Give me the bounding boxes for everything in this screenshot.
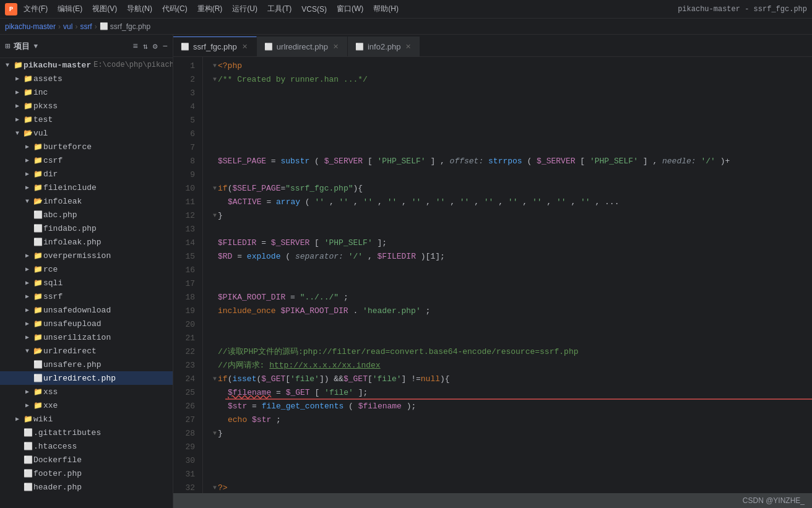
menu-refactor[interactable]: 重构(R)	[194, 2, 227, 15]
tree-item-assets[interactable]: ▶ 📁 assets	[0, 72, 173, 85]
code-line-10: ▼ if ( $SELF_PAGE = "ssrf_fgc.php" ){	[210, 182, 812, 196]
inc-folder-icon: 📁	[22, 88, 33, 97]
root-folder-icon: 📁	[12, 61, 24, 70]
menu-navigate[interactable]: 导航(N)	[123, 2, 156, 15]
tree-item-findabc[interactable]: ⬜ findabc.php	[0, 222, 173, 235]
tree-item-inc[interactable]: ▶ 📁 inc	[0, 85, 173, 99]
tree-item-urlredirect[interactable]: ▼ 📂 urlredirect	[0, 344, 173, 358]
sidebar-tree[interactable]: ▼ 📁 pikachu-master E:\code\php\pikachu-m…	[0, 58, 173, 508]
unsafedownload-arrow-icon: ▶	[22, 306, 32, 314]
menu-tools[interactable]: 工具(T)	[264, 2, 295, 15]
test-label: test	[33, 115, 173, 124]
dir-arrow-icon: ▶	[22, 170, 32, 178]
tree-item-sqli[interactable]: ▶ 📁 sqli	[0, 276, 173, 290]
tree-item-unsafere[interactable]: ⬜ unsafere.php	[0, 358, 173, 371]
tree-item-fileinclude[interactable]: ▶ 📁 fileinclude	[0, 181, 173, 194]
sidebar-title: 项目	[14, 41, 30, 52]
code-line-22: //读取PHP文件的源码:php://filter/read=convert.b…	[210, 345, 812, 359]
tree-item-overpermission[interactable]: ▶ 📁 overpermission	[0, 249, 173, 262]
htaccess-label: .htaccess	[33, 442, 173, 451]
code-line-25: $filename = $_GET [ 'file' ];	[210, 386, 812, 400]
tree-item-htaccess[interactable]: ▶ ⬜ .htaccess	[0, 439, 173, 453]
sidebar-dropdown-icon[interactable]: ▼	[33, 43, 38, 50]
collapse-24[interactable]: ▼	[213, 372, 217, 386]
sidebar-panel-icon: ⊞	[5, 41, 10, 51]
tree-root[interactable]: ▼ 📁 pikachu-master E:\code\php\pikachu-m…	[0, 58, 173, 72]
gitattributes-icon: ⬜	[22, 428, 33, 437]
sidebar-action-settings[interactable]: ⚙	[153, 41, 158, 51]
tab-ssrf-close[interactable]: ✕	[241, 42, 249, 51]
code-line-17	[210, 277, 812, 291]
sidebar-action-expand[interactable]: ⇅	[143, 41, 148, 51]
unserilization-folder-icon: 📁	[32, 333, 43, 342]
unserilization-label: unserilization	[43, 333, 173, 342]
tree-item-burteforce[interactable]: ▶ 📁 burteforce	[0, 140, 173, 153]
sidebar-action-close[interactable]: −	[163, 41, 168, 51]
breadcrumb-item-ssrf[interactable]: ssrf	[80, 22, 92, 31]
collapse-2[interactable]: ▼	[213, 73, 217, 87]
tree-item-unserilization[interactable]: ▶ 📁 unserilization	[0, 330, 173, 344]
tree-item-rce[interactable]: ▶ 📁 rce	[0, 262, 173, 276]
tree-item-test[interactable]: ▶ 📁 test	[0, 113, 173, 126]
menu-help[interactable]: 帮助(H)	[369, 2, 402, 15]
code-line-24: ▼ if ( isset ( $_GET [ 'file' ]) && $_GE…	[210, 372, 812, 386]
tab-info2-icon: ⬜	[355, 43, 364, 51]
sqli-label: sqli	[43, 278, 173, 288]
menu-vcs[interactable]: VCS(S)	[298, 4, 330, 15]
overpermission-arrow-icon: ▶	[22, 252, 32, 259]
status-bar: CSDN @YINZHE_	[173, 493, 812, 508]
sqli-arrow-icon: ▶	[22, 279, 32, 286]
tab-url-close[interactable]: ✕	[332, 42, 340, 51]
tab-info2-label: info2.php	[368, 42, 401, 51]
code-line-2: ▼ /** Created by runner.han ...*/	[210, 73, 812, 87]
tree-item-csrf[interactable]: ▶ 📁 csrf	[0, 153, 173, 167]
tree-item-gitattributes[interactable]: ▶ ⬜ .gitattributes	[0, 426, 173, 439]
tree-item-vul[interactable]: ▼ 📂 vul	[0, 126, 173, 140]
tab-info2[interactable]: ⬜ info2.php ✕	[348, 37, 421, 56]
menu-view[interactable]: 视图(V)	[89, 2, 121, 15]
tree-item-infoleak[interactable]: ▼ 📂 infoleak	[0, 194, 173, 208]
collapse-1[interactable]: ▼	[213, 59, 217, 73]
sidebar-action-collapse[interactable]: ≡	[133, 41, 138, 51]
tree-item-dir[interactable]: ▶ 📁 dir	[0, 167, 173, 181]
menu-run[interactable]: 运行(U)	[228, 2, 261, 15]
tree-item-header[interactable]: ▶ ⬜ header.php	[0, 480, 173, 494]
tree-item-pkxss[interactable]: ▶ 📁 pkxss	[0, 99, 173, 113]
breadcrumb-item-root[interactable]: pikachu-master	[5, 22, 56, 31]
csrf-folder-icon: 📁	[32, 156, 43, 165]
collapse-32[interactable]: ▼	[213, 481, 217, 493]
test-arrow-icon: ▶	[12, 116, 22, 123]
tab-urlredirect[interactable]: ⬜ urlredirect.php ✕	[257, 37, 348, 56]
code-line-15: $RD = explode ( separator: '/' , $FILEDI…	[210, 250, 812, 264]
tab-ssrf-fgc[interactable]: ⬜ ssrf_fgc.php ✕	[173, 37, 257, 56]
tab-info2-close[interactable]: ✕	[404, 42, 412, 51]
tree-item-unsafedownload[interactable]: ▶ 📁 unsafedownload	[0, 303, 173, 317]
code-line-23: //内网请求: http://x.x.x.x/xx.index	[210, 359, 812, 372]
menu-window[interactable]: 窗口(W)	[333, 2, 367, 15]
footer-icon: ⬜	[22, 469, 33, 478]
tree-item-wiki[interactable]: ▶ 📁 wiki	[0, 412, 173, 426]
tree-item-abc[interactable]: ⬜ abc.php	[0, 208, 173, 222]
findabc-file-icon: ⬜	[32, 224, 43, 233]
code-line-19: include_once $PIKA_ROOT_DIR . 'header.ph…	[210, 304, 812, 318]
code-area[interactable]: ▼ <?php ▼ /** Created by runner.han ...*…	[203, 57, 812, 493]
menu-edit[interactable]: 编辑(E)	[54, 2, 86, 15]
breadcrumb-item-vul[interactable]: vul	[63, 22, 72, 31]
menu-code[interactable]: 代码(C)	[158, 2, 191, 15]
tree-item-footer[interactable]: ▶ ⬜ footer.php	[0, 467, 173, 480]
code-line-7	[210, 141, 812, 155]
collapse-28[interactable]: ▼	[213, 427, 217, 441]
tree-item-infoleak-php[interactable]: ⬜ infoleak.php	[0, 235, 173, 249]
tree-item-unsafeupload[interactable]: ▶ 📁 unsafeupload	[0, 317, 173, 330]
tree-item-ssrf[interactable]: ▶ 📁 ssrf	[0, 290, 173, 303]
tree-item-xss[interactable]: ▶ 📁 xss	[0, 385, 173, 398]
tree-item-dockerfile[interactable]: ▶ ⬜ Dockerfile	[0, 453, 173, 467]
menu-file[interactable]: 文件(F)	[20, 2, 51, 15]
sidebar: ⊞ 项目 ▼ ≡ ⇅ ⚙ − ▼ 📁 pikachu-master E:\cod…	[0, 35, 173, 508]
breadcrumb-item-file[interactable]: ssrf_fgc.php	[110, 22, 150, 31]
collapse-12[interactable]: ▼	[213, 209, 217, 223]
tree-item-xxe[interactable]: ▶ 📁 xxe	[0, 398, 173, 412]
urlredirect-arrow-icon: ▼	[22, 348, 32, 355]
tree-item-urlredirect-php[interactable]: ⬜ urlredirect.php	[0, 371, 173, 385]
collapse-10[interactable]: ▼	[213, 182, 217, 196]
